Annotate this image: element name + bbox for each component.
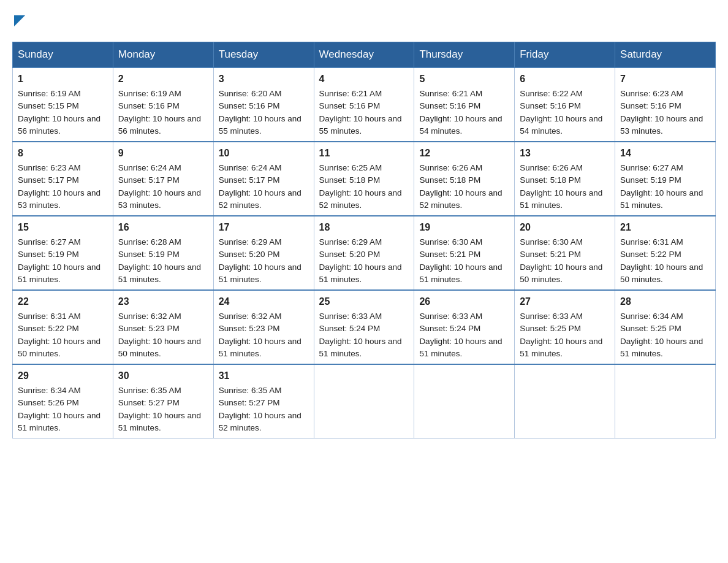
daylight-label: Daylight: 10 hours and 52 minutes. <box>219 188 301 210</box>
sunset-label: Sunset: 5:16 PM <box>319 101 381 110</box>
daylight-label: Daylight: 10 hours and 51 minutes. <box>419 337 502 358</box>
calendar-cell: 31Sunrise: 6:35 AMSunset: 5:27 PMDayligh… <box>213 364 314 439</box>
calendar-week-1: 1Sunrise: 6:19 AMSunset: 5:15 PMDaylight… <box>13 67 716 142</box>
day-number: 11 <box>319 146 409 161</box>
sunrise-label: Sunrise: 6:21 AM <box>419 89 482 98</box>
calendar-cell: 28Sunrise: 6:34 AMSunset: 5:25 PMDayligh… <box>615 290 716 364</box>
calendar-cell: 15Sunrise: 6:27 AMSunset: 5:19 PMDayligh… <box>13 216 113 290</box>
day-number: 3 <box>219 72 309 86</box>
sunset-label: Sunset: 5:21 PM <box>419 250 480 259</box>
calendar-cell: 30Sunrise: 6:35 AMSunset: 5:27 PMDayligh… <box>113 364 213 439</box>
calendar-week-4: 22Sunrise: 6:31 AMSunset: 5:22 PMDayligh… <box>13 290 716 364</box>
svg-marker-0 <box>14 15 25 26</box>
daylight-label: Daylight: 10 hours and 56 minutes. <box>18 114 100 136</box>
sunrise-label: Sunrise: 6:33 AM <box>419 312 482 321</box>
daylight-label: Daylight: 10 hours and 53 minutes. <box>18 188 100 210</box>
calendar-header-friday: Friday <box>515 42 615 68</box>
calendar-cell: 9Sunrise: 6:24 AMSunset: 5:17 PMDaylight… <box>113 142 213 216</box>
calendar-cell <box>414 364 515 439</box>
sunrise-label: Sunrise: 6:33 AM <box>319 312 382 321</box>
daylight-label: Daylight: 10 hours and 51 minutes. <box>18 411 100 432</box>
sunrise-label: Sunrise: 6:28 AM <box>118 237 181 247</box>
sunrise-label: Sunrise: 6:29 AM <box>219 237 282 247</box>
daylight-label: Daylight: 10 hours and 50 minutes. <box>620 262 703 284</box>
calendar-cell: 13Sunrise: 6:26 AMSunset: 5:18 PMDayligh… <box>515 142 615 216</box>
day-number: 24 <box>219 294 309 309</box>
day-number: 28 <box>620 294 710 309</box>
sunset-label: Sunset: 5:20 PM <box>219 250 280 259</box>
sunset-label: Sunset: 5:17 PM <box>18 175 79 185</box>
daylight-label: Daylight: 10 hours and 50 minutes. <box>520 262 602 284</box>
calendar-cell: 22Sunrise: 6:31 AMSunset: 5:22 PMDayligh… <box>13 290 113 364</box>
sunset-label: Sunset: 5:24 PM <box>319 324 381 333</box>
sunrise-label: Sunrise: 6:22 AM <box>520 89 583 98</box>
sunset-label: Sunset: 5:19 PM <box>118 250 180 259</box>
calendar-cell: 10Sunrise: 6:24 AMSunset: 5:17 PMDayligh… <box>213 142 314 216</box>
daylight-label: Daylight: 10 hours and 51 minutes. <box>18 262 100 284</box>
calendar-cell: 18Sunrise: 6:29 AMSunset: 5:20 PMDayligh… <box>314 216 414 290</box>
sunset-label: Sunset: 5:23 PM <box>219 324 280 333</box>
daylight-label: Daylight: 10 hours and 54 minutes. <box>419 114 502 136</box>
day-number: 31 <box>219 369 309 383</box>
daylight-label: Daylight: 10 hours and 56 minutes. <box>118 114 201 136</box>
calendar-cell: 6Sunrise: 6:22 AMSunset: 5:16 PMDaylight… <box>515 67 615 142</box>
sunset-label: Sunset: 5:27 PM <box>118 398 180 407</box>
sunrise-label: Sunrise: 6:23 AM <box>620 89 683 98</box>
calendar-cell: 7Sunrise: 6:23 AMSunset: 5:16 PMDaylight… <box>615 67 716 142</box>
day-number: 17 <box>219 220 309 235</box>
sunset-label: Sunset: 5:15 PM <box>18 101 79 110</box>
daylight-label: Daylight: 10 hours and 51 minutes. <box>118 262 201 284</box>
sunset-label: Sunset: 5:25 PM <box>620 324 681 333</box>
calendar-cell: 3Sunrise: 6:20 AMSunset: 5:16 PMDaylight… <box>213 67 314 142</box>
daylight-label: Daylight: 10 hours and 52 minutes. <box>219 411 301 432</box>
day-number: 8 <box>18 146 108 161</box>
sunrise-label: Sunrise: 6:34 AM <box>18 386 81 395</box>
sunset-label: Sunset: 5:25 PM <box>520 324 581 333</box>
calendar-cell: 2Sunrise: 6:19 AMSunset: 5:16 PMDaylight… <box>113 67 213 142</box>
daylight-label: Daylight: 10 hours and 51 minutes. <box>219 262 301 284</box>
sunset-label: Sunset: 5:18 PM <box>419 175 480 185</box>
page-header <box>12 12 716 29</box>
calendar-cell: 25Sunrise: 6:33 AMSunset: 5:24 PMDayligh… <box>314 290 414 364</box>
daylight-label: Daylight: 10 hours and 50 minutes. <box>18 337 100 358</box>
calendar-cell: 23Sunrise: 6:32 AMSunset: 5:23 PMDayligh… <box>113 290 213 364</box>
daylight-label: Daylight: 10 hours and 51 minutes. <box>319 262 402 284</box>
day-number: 20 <box>520 220 610 235</box>
sunrise-label: Sunrise: 6:30 AM <box>520 237 583 247</box>
sunrise-label: Sunrise: 6:20 AM <box>219 89 282 98</box>
sunrise-label: Sunrise: 6:29 AM <box>319 237 382 247</box>
day-number: 15 <box>18 220 108 235</box>
daylight-label: Daylight: 10 hours and 54 minutes. <box>520 114 602 136</box>
sunset-label: Sunset: 5:24 PM <box>419 324 480 333</box>
calendar-cell <box>314 364 414 439</box>
day-number: 6 <box>520 72 610 86</box>
sunset-label: Sunset: 5:18 PM <box>520 175 581 185</box>
sunrise-label: Sunrise: 6:33 AM <box>520 312 583 321</box>
day-number: 9 <box>118 146 208 161</box>
calendar-cell: 4Sunrise: 6:21 AMSunset: 5:16 PMDaylight… <box>314 67 414 142</box>
calendar-cell: 14Sunrise: 6:27 AMSunset: 5:19 PMDayligh… <box>615 142 716 216</box>
day-number: 21 <box>620 220 710 235</box>
sunrise-label: Sunrise: 6:21 AM <box>319 89 382 98</box>
sunset-label: Sunset: 5:27 PM <box>219 398 280 407</box>
calendar-cell: 20Sunrise: 6:30 AMSunset: 5:21 PMDayligh… <box>515 216 615 290</box>
daylight-label: Daylight: 10 hours and 51 minutes. <box>419 262 502 284</box>
day-number: 22 <box>18 294 108 309</box>
calendar-week-5: 29Sunrise: 6:34 AMSunset: 5:26 PMDayligh… <box>13 364 716 439</box>
day-number: 16 <box>118 220 208 235</box>
calendar-cell: 26Sunrise: 6:33 AMSunset: 5:24 PMDayligh… <box>414 290 515 364</box>
day-number: 23 <box>118 294 208 309</box>
day-number: 10 <box>219 146 309 161</box>
sunset-label: Sunset: 5:23 PM <box>118 324 180 333</box>
daylight-label: Daylight: 10 hours and 51 minutes. <box>620 188 703 210</box>
daylight-label: Daylight: 10 hours and 52 minutes. <box>319 188 402 210</box>
calendar-header-monday: Monday <box>113 42 213 68</box>
day-number: 13 <box>520 146 610 161</box>
daylight-label: Daylight: 10 hours and 51 minutes. <box>118 411 201 432</box>
calendar-week-3: 15Sunrise: 6:27 AMSunset: 5:19 PMDayligh… <box>13 216 716 290</box>
calendar-header-sunday: Sunday <box>13 42 113 68</box>
sunrise-label: Sunrise: 6:35 AM <box>219 386 282 395</box>
day-number: 5 <box>419 72 509 86</box>
day-number: 18 <box>319 220 409 235</box>
sunset-label: Sunset: 5:22 PM <box>620 250 681 259</box>
